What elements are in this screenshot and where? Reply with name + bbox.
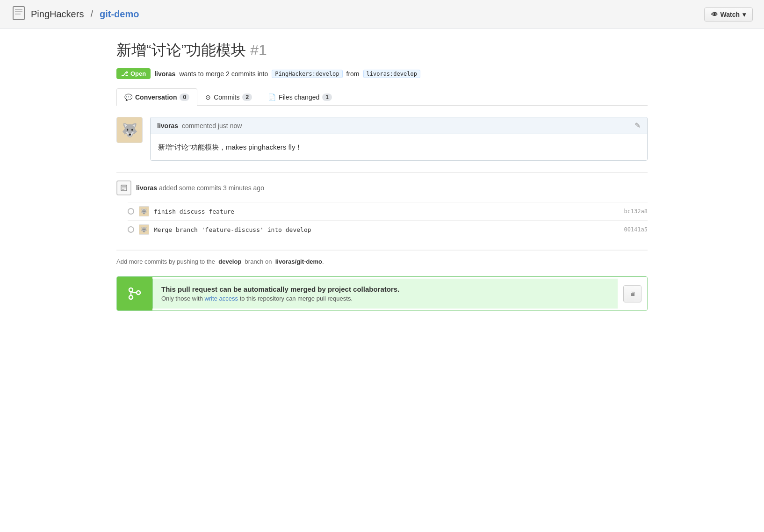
divider-2 [116,250,648,251]
conversation-tab-count: 0 [180,93,189,101]
conversation-tab-icon: 💬 [124,93,132,101]
conversation-area: 🐺 livoras commented just now ✎ 新增“讨论”功能模… [116,117,648,322]
commit-message[interactable]: Merge branch 'feature-discuss' into deve… [154,226,619,233]
comment-header: livoras commented just now ✎ [151,117,647,134]
files-tab-label: Files changed [279,93,319,101]
watch-button[interactable]: 👁 Watch ▾ [704,7,753,22]
monitor-icon: 🖥 [629,290,635,297]
comment-block: 🐺 livoras commented just now ✎ 新增“讨论”功能模… [116,117,648,161]
eye-icon: 👁 [711,11,718,18]
pr-from-label: from [346,70,360,78]
commits-section-icon [116,180,131,195]
commit-author-avatar: 🐺 [139,206,149,216]
merge-box: This pull request can be automatically m… [116,276,648,311]
tabs: 💬 Conversation 0 ⊙ Commits 2 📄 Files cha… [116,88,648,106]
header: PingHackers / git-demo 👁 Watch ▾ [0,0,764,29]
repo-sep: / [90,9,93,20]
pr-author[interactable]: livoras [154,70,175,78]
svg-point-9 [129,295,133,299]
commit-author-avatar: 🐺 [139,224,149,235]
commits-action: added some commits [159,184,221,192]
repo-icon [11,6,26,23]
commits-header: livoras added some commits 3 minutes ago [116,180,648,195]
commit-list: 🐺 finish discuss feature bc132a8 🐺 Merge… [128,202,648,238]
write-access-link[interactable]: write access [205,295,238,302]
edit-icon[interactable]: ✎ [634,121,641,130]
status-badge: ⎇ Open [116,68,151,79]
merge-subtitle: Only those with write access to this rep… [161,295,609,302]
pr-number: #1 [250,42,267,58]
pr-into-ref[interactable]: PingHackers:develop [272,70,342,78]
commits-tab-icon: ⊙ [205,93,211,101]
pr-from-ref[interactable]: livoras:develop [363,70,420,78]
commits-time: 3 minutes ago [223,184,264,192]
tab-conversation[interactable]: 💬 Conversation 0 [116,88,197,106]
divider [116,172,648,173]
repo-name[interactable]: git-demo [100,9,139,20]
merge-icon-box [117,277,152,310]
repo-org[interactable]: PingHackers [31,9,84,20]
commit-sha[interactable]: 00141a5 [624,226,648,233]
tab-commits[interactable]: ⊙ Commits 2 [197,88,260,106]
push-note: Add more commits by pushing to the devel… [116,258,648,265]
commit-item: 🐺 Merge branch 'feature-discuss' into de… [128,220,648,238]
git-merge-icon: ⎇ [121,70,128,77]
commits-author[interactable]: livoras [136,184,157,192]
commits-section: livoras added some commits 3 minutes ago… [116,180,648,238]
commit-item: 🐺 finish discuss feature bc132a8 [128,202,648,220]
repo-title: PingHackers / git-demo [11,6,139,23]
branch-name: develop [218,258,241,265]
avatar: 🐺 [116,117,143,143]
comment-box: livoras commented just now ✎ 新增“讨论”功能模块，… [150,117,648,161]
comment-time: commented just now [180,122,242,129]
svg-point-10 [137,291,140,295]
svg-rect-0 [13,7,24,20]
watch-label: Watch [721,11,740,18]
repo-name-ref: livoras/git-demo [275,258,322,265]
commits-tab-count: 2 [242,93,252,101]
commit-sha[interactable]: bc132a8 [624,208,648,215]
pr-meta-text: wants to merge 2 commits into [179,70,268,78]
tab-files[interactable]: 📄 Files changed 1 [260,88,340,106]
comment-author[interactable]: livoras [157,122,178,129]
merge-action-button[interactable]: 🖥 [623,285,641,302]
conversation-tab-label: Conversation [135,93,177,101]
main-content: 新增“讨论”功能模块 #1 ⎇ Open livoras wants to me… [101,29,663,333]
commit-message[interactable]: finish discuss feature [154,208,619,215]
commit-node-icon [128,226,134,233]
pr-meta: ⎇ Open livoras wants to merge 2 commits … [116,68,648,79]
files-tab-icon: 📄 [268,93,276,101]
merge-text-box: This pull request can be automatically m… [152,279,618,309]
comment-body: 新增“讨论”功能模块，makes pinghackers fly！ [151,134,647,160]
commit-node-icon [128,208,134,215]
files-tab-count: 1 [322,93,332,101]
watch-dropdown-icon: ▾ [742,11,746,18]
commits-tab-label: Commits [214,93,239,101]
merge-title: This pull request can be automatically m… [161,285,609,293]
pr-title: 新增“讨论”功能模块 #1 [116,40,648,61]
